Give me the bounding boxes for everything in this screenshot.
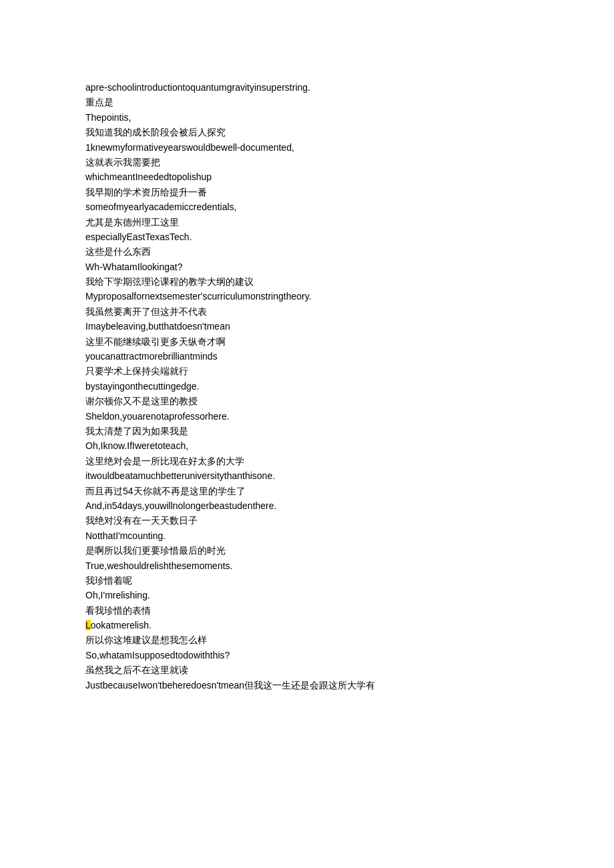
- line-2: 重点是: [85, 95, 529, 109]
- line-25: Oh,Iknow.IfIweretoteach,: [85, 438, 529, 453]
- line-16: 我虽然要离开了但这并不代表: [85, 304, 529, 319]
- line-8: 我早期的学术资历给提升一番: [85, 185, 529, 199]
- line-26: 这里绝对会是一所比现在好太多的大学: [85, 454, 529, 468]
- line-11: especiallyEastTexasTech.: [85, 230, 529, 244]
- line-9: someofmyearlyacademiccredentials,: [85, 199, 529, 214]
- line-14: 我给下学期弦理论课程的教学大纲的建议: [85, 274, 529, 289]
- line-18: 这里不能继续吸引更多天纵奇才啊: [85, 334, 529, 349]
- line-28: 而且再过54天你就不再是这里的学生了: [85, 484, 529, 498]
- highlight-L: L: [85, 620, 91, 630]
- line-20: 只要学术上保持尖端就行: [85, 364, 529, 378]
- content-area: apre-schoolintroductiontoquantumgravityi…: [85, 80, 529, 693]
- line-15: Myproposalfornextsemester'scurriculumons…: [85, 289, 529, 304]
- line-35: Oh,I'mrelishing.: [85, 588, 529, 602]
- line-17: Imaybeleaving,butthatdoesn'tmean: [85, 319, 529, 334]
- line-34: 我珍惜着呢: [85, 573, 529, 588]
- line-5: 1knewmyformativeyearswouldbewell-documen…: [85, 140, 529, 155]
- line-4: 我知道我的成长阶段会被后人探究: [85, 125, 529, 139]
- line-30: 我绝对没有在一天天数日子: [85, 513, 529, 528]
- line-22: 谢尔顿你又不是这里的教授: [85, 394, 529, 408]
- line-10: 尤其是东德州理工这里: [85, 215, 529, 230]
- line-32: 是啊所以我们更要珍惜最后的时光: [85, 543, 529, 558]
- line-29: And,in54days,youwillnolongerbeastudenthe…: [85, 498, 529, 513]
- line-7: whichmeantIneededtopolishup: [85, 169, 529, 184]
- line-23: Sheldon,youarenotaprofessorhere.: [85, 409, 529, 424]
- line-6: 这就表示我需要把: [85, 155, 529, 169]
- line-38: 所以你这堆建议是想我怎么样: [85, 632, 529, 647]
- line-37: Lookatmerelish.: [85, 618, 529, 632]
- line-40: 虽然我之后不在这里就读: [85, 663, 529, 677]
- line-36: 看我珍惜的表情: [85, 603, 529, 618]
- line-21: bystayingonthecuttingedge.: [85, 379, 529, 394]
- line-3: Thepointis,: [85, 110, 529, 125]
- line-31: NotthatI'mcounting.: [85, 528, 529, 543]
- line-13: Wh-WhatamIlookingat?: [85, 260, 529, 274]
- line-1: apre-schoolintroductiontoquantumgravityi…: [85, 80, 529, 95]
- line-27: itwouldbeatamuchbetteruniversitythanthis…: [85, 468, 529, 483]
- line-33: True,weshouldrelishthesemoments.: [85, 558, 529, 573]
- line-39: So,whatamIsupposedtodowiththis?: [85, 648, 529, 663]
- line-41: JustbecauseIwon'tbeheredoesn'tmean但我这一生还…: [85, 678, 529, 693]
- line-24: 我太清楚了因为如果我是: [85, 424, 529, 438]
- line-12: 这些是什么东西: [85, 244, 529, 259]
- line-19: youcanattractmorebrilliantminds: [85, 349, 529, 364]
